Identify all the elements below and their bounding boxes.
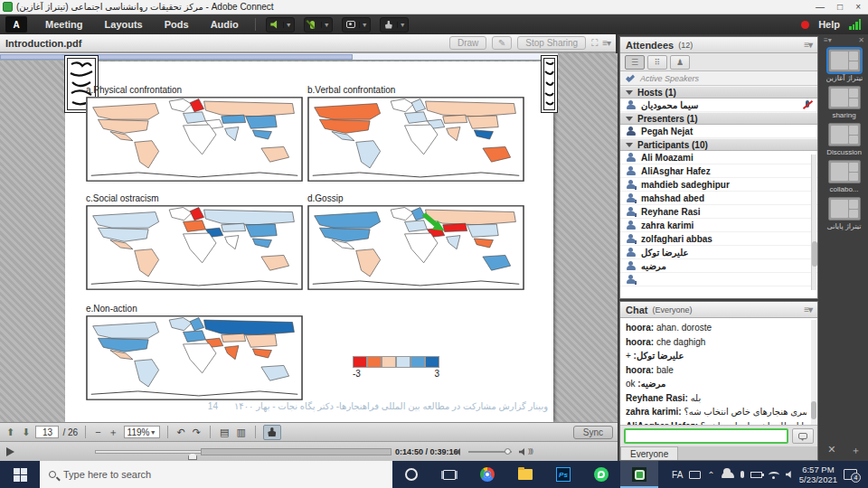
- volume-knob[interactable]: [505, 448, 511, 455]
- microphone-dropdown[interactable]: ▼: [321, 22, 332, 28]
- speaker-output-icon[interactable]: [519, 448, 526, 455]
- layout-thumbnail[interactable]: تیتراژ پایانی: [826, 197, 863, 230]
- delete-layout-button[interactable]: ✕: [827, 444, 835, 457]
- layout-thumbnail[interactable]: تیتراژ آغازین: [826, 49, 863, 82]
- stop-sharing-button[interactable]: Stop Sharing: [517, 36, 586, 50]
- wifi-icon[interactable]: [769, 472, 779, 478]
- previous-page-button[interactable]: ⬆: [5, 427, 16, 438]
- task-view-button[interactable]: [430, 461, 468, 488]
- whatsapp-button[interactable]: [582, 461, 620, 488]
- menu-meeting[interactable]: Meeting: [34, 19, 94, 30]
- chrome-taskbar-button[interactable]: [468, 461, 506, 488]
- chat-pod-menu-icon[interactable]: ≡▾: [804, 305, 812, 314]
- single-page-view-icon[interactable]: ▤: [218, 427, 231, 438]
- minimize-button[interactable]: —: [816, 2, 825, 12]
- layouts-menu-icon[interactable]: ≡▾: [824, 36, 832, 43]
- menu-layouts[interactable]: Layouts: [94, 19, 154, 30]
- attendee-row[interactable]: zolfaghari abbas: [620, 232, 817, 246]
- sync-button[interactable]: Sync: [573, 426, 613, 439]
- microphone-button[interactable]: ▼: [304, 17, 333, 33]
- hand-tool-button[interactable]: [263, 425, 281, 440]
- speaker-dropdown[interactable]: ▼: [283, 22, 294, 28]
- share-pod-menu-icon[interactable]: ≡▾: [602, 38, 610, 48]
- chat-input[interactable]: [624, 428, 788, 444]
- play-button[interactable]: [6, 447, 14, 456]
- list-view-button[interactable]: ☰: [625, 55, 645, 70]
- start-button[interactable]: [0, 461, 40, 488]
- attendee-group-header[interactable]: Participants (10): [620, 138, 817, 151]
- speaker-button[interactable]: ▼: [266, 17, 295, 33]
- maximize-button[interactable]: □: [837, 2, 843, 12]
- page-number-input[interactable]: 13: [35, 426, 59, 438]
- layout-thumbnail[interactable]: Discussion: [826, 123, 863, 156]
- adobe-connect-taskbar-button[interactable]: [620, 461, 658, 488]
- raise-hand-dropdown[interactable]: ▼: [397, 22, 408, 28]
- recording-indicator: [801, 21, 809, 29]
- attendee-row[interactable]: [620, 273, 817, 286]
- battery-icon[interactable]: [750, 472, 762, 478]
- attendee-row[interactable]: mahdieb sadeghipur: [620, 178, 817, 192]
- menu-pods[interactable]: Pods: [154, 19, 200, 30]
- taskbar-search[interactable]: Type here to search: [40, 461, 392, 488]
- file-explorer-button[interactable]: [506, 461, 544, 488]
- chat-scrollbar[interactable]: [811, 320, 816, 428]
- attendee-avatar-mobile-icon: [626, 234, 636, 244]
- continuous-view-icon[interactable]: ▥: [234, 427, 247, 438]
- rotate-right-icon[interactable]: ↷: [191, 427, 203, 438]
- fullscreen-icon[interactable]: ⛶: [591, 38, 597, 49]
- action-center-icon[interactable]: 4: [844, 469, 857, 480]
- attendee-row[interactable]: mahshad abed: [620, 192, 817, 205]
- cortana-button[interactable]: [392, 461, 430, 488]
- webcam-dropdown[interactable]: ▼: [359, 22, 370, 28]
- attendee-row[interactable]: علیرضا توکل: [620, 246, 817, 259]
- close-button[interactable]: ×: [855, 2, 861, 12]
- world-map-d: d.Gossip: [307, 193, 526, 290]
- attendee-row[interactable]: Pegah Nejat: [620, 125, 817, 138]
- zoom-level-select[interactable]: 119%▼: [124, 426, 160, 438]
- layout-thumbnail[interactable]: collabo...: [826, 160, 863, 193]
- active-speakers-label: Active Speakers: [640, 74, 699, 83]
- menu-audio[interactable]: Audio: [200, 19, 250, 30]
- touch-keyboard-icon[interactable]: [689, 471, 701, 479]
- next-page-button[interactable]: ⬇: [20, 427, 32, 438]
- draw-button[interactable]: Draw: [449, 36, 486, 50]
- tray-volume-icon[interactable]: [786, 471, 793, 478]
- microphone-muted-icon: [310, 21, 315, 29]
- attendee-row[interactable]: AliAsghar Hafez: [620, 164, 817, 178]
- attendee-row[interactable]: Ali Moazami: [620, 151, 817, 164]
- attendee-group-header[interactable]: Presenters (1): [620, 112, 817, 125]
- webcam-button[interactable]: ▼: [342, 17, 371, 33]
- send-message-button[interactable]: [792, 428, 814, 444]
- attendee-row[interactable]: سیما محمودیان: [620, 99, 817, 112]
- attendee-name: علیرضا توکل: [641, 248, 688, 258]
- attendees-scrollbar[interactable]: [811, 155, 816, 290]
- layouts-close-icon[interactable]: ✕: [858, 36, 864, 43]
- seek-position-marker[interactable]: [188, 453, 197, 460]
- attendees-pod-menu-icon[interactable]: ≡▾: [804, 40, 812, 50]
- help-menu[interactable]: Help: [818, 19, 840, 30]
- tray-microphone-icon[interactable]: [741, 471, 744, 478]
- rotate-left-icon[interactable]: ↶: [175, 427, 187, 438]
- attendee-view-toggle: ☰ ⠿ ♟: [620, 53, 817, 71]
- hidden-icons-chevron[interactable]: ⌃: [707, 470, 714, 480]
- status-view-button[interactable]: ♟: [670, 55, 690, 70]
- webcam-icon: [346, 21, 355, 28]
- zoom-out-button[interactable]: −: [93, 427, 102, 437]
- layout-thumbnail[interactable]: sharing: [826, 86, 863, 119]
- pen-tool-button[interactable]: ✎: [492, 36, 512, 50]
- attendee-row[interactable]: مرضیه: [620, 259, 817, 273]
- add-layout-button[interactable]: ＋: [851, 444, 861, 457]
- legend-swatch: [367, 356, 382, 368]
- attendee-group-header[interactable]: Hosts (1): [620, 86, 817, 99]
- share-pod-title: Introduction.pdf: [5, 38, 81, 49]
- attendee-row[interactable]: Reyhane Rasi: [620, 205, 817, 219]
- onedrive-icon[interactable]: [722, 472, 734, 478]
- zoom-in-button[interactable]: ＋: [107, 426, 120, 439]
- taskbar-clock[interactable]: 6:57 PM 5/23/2021: [799, 465, 837, 484]
- raise-hand-button[interactable]: ▼: [380, 17, 409, 33]
- attendee-row[interactable]: zahra karimi: [620, 219, 817, 232]
- photoshop-button[interactable]: Ps: [544, 461, 582, 488]
- grid-view-button[interactable]: ⠿: [647, 55, 667, 70]
- chat-tab-everyone[interactable]: Everyone: [620, 446, 678, 460]
- language-indicator[interactable]: FA: [672, 470, 683, 480]
